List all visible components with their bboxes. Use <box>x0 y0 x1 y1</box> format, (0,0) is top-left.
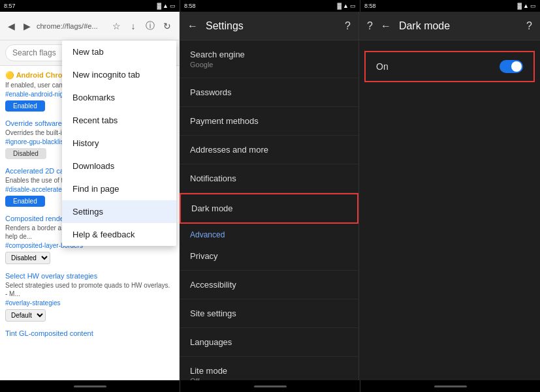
signal-icon-1: ▲ <box>163 3 168 9</box>
dropdown-item-downloads[interactable]: Downloads <box>62 155 176 177</box>
settings-item-languages-label: Languages <box>190 337 348 347</box>
darkmode-toggle-switch[interactable] <box>500 60 523 73</box>
status-bar-3: 8:58 ▓ ▲ ▭ <box>360 0 540 12</box>
wifi-icon-2: ▓ <box>338 3 342 9</box>
panel-darkmode: ? ← Dark mode ? On <box>359 12 540 380</box>
bottom-bars <box>0 380 540 392</box>
settings-title: Settings <box>206 20 337 32</box>
settings-item-notifications-label: Notifications <box>190 173 348 183</box>
dropdown-item-bookmarks[interactable]: Bookmarks <box>62 86 176 109</box>
bookmark-icon[interactable]: ☆ <box>110 20 123 33</box>
dropdown-item-incognito[interactable]: New incognito tab <box>62 63 176 86</box>
bottom-bar-2 <box>180 380 360 392</box>
settings-item-search-engine-label: Search engine <box>190 50 348 59</box>
darkmode-content: On <box>359 40 540 380</box>
back-icon[interactable]: ◀ <box>5 20 17 32</box>
wifi-icon-1: ▓ <box>157 3 162 9</box>
settings-list: Search engine Google Passwords Payment m… <box>180 40 358 380</box>
flag-desc-hw: Select strategies used to promote quads … <box>5 281 174 298</box>
battery-icon-3: ▭ <box>530 3 536 9</box>
status-bars: 8:57 ▓ ▲ ▭ 8:58 ▓ ▲ ▭ 8:58 ▓ ▲ ▭ <box>0 0 540 12</box>
darkmode-help-left-icon[interactable]: ? <box>367 20 373 32</box>
darkmode-back-icon[interactable]: ← <box>381 20 391 32</box>
time-2: 8:58 <box>184 3 196 9</box>
darkmode-toggle-row: On <box>364 51 535 82</box>
main-content: ◀ ▶ chrome://flags/#e... ☆ ↓ ⓘ ↻ 🟡 Andro… <box>0 12 540 380</box>
nav-pill-2 <box>254 385 287 387</box>
flag-link-hw[interactable]: #overlay-strategies <box>5 299 174 307</box>
time-1: 8:57 <box>4 3 16 9</box>
darkmode-title: Dark mode <box>399 20 518 32</box>
refresh-icon[interactable]: ↻ <box>161 20 174 33</box>
settings-item-site-settings-label: Site settings <box>190 309 348 318</box>
status-bar-2: 8:58 ▓ ▲ ▭ <box>180 0 360 12</box>
settings-item-privacy-label: Privacy <box>190 251 348 261</box>
darkmode-toggle-label: On <box>376 61 389 72</box>
flag-tint-gl: Tint GL-composited content <box>5 329 174 337</box>
settings-item-dark-mode[interactable]: Dark mode <box>180 193 358 224</box>
flag-select-composited-input[interactable]: Disabled <box>5 252 50 264</box>
settings-item-addresses[interactable]: Addresses and more <box>180 136 358 164</box>
battery-icon-1: ▭ <box>170 3 176 9</box>
settings-item-accessibility[interactable]: Accessibility <box>180 271 358 299</box>
info-icon[interactable]: ⓘ <box>144 20 157 33</box>
flags-toolbar: ◀ ▶ chrome://flags/#e... ☆ ↓ ⓘ ↻ <box>0 12 179 40</box>
forward-icon[interactable]: ▶ <box>21 20 33 32</box>
status-icons-3: ▓ ▲ ▭ <box>518 3 536 9</box>
settings-item-passwords-label: Passwords <box>190 87 348 97</box>
settings-item-passwords[interactable]: Passwords <box>180 78 358 107</box>
flag-hw-overlay: Select HW overlay strategies Select stra… <box>5 272 174 322</box>
dropdown-item-help[interactable]: Help & feedback <box>62 223 176 246</box>
settings-item-search-engine-sub: Google <box>190 61 348 68</box>
darkmode-help-icon[interactable]: ? <box>526 20 532 32</box>
nav-pill-3 <box>434 385 467 387</box>
dropdown-item-history[interactable]: History <box>62 132 176 155</box>
flag-title-tint: Tint GL-composited content <box>5 329 174 337</box>
settings-help-icon[interactable]: ? <box>345 20 351 32</box>
url-bar[interactable]: chrome://flags/#e... <box>37 22 106 30</box>
status-bar-1: 8:57 ▓ ▲ ▭ <box>0 0 180 12</box>
wifi-icon-3: ▓ <box>518 3 522 9</box>
flag-btn-android[interactable]: Enabled <box>5 100 45 112</box>
download-icon[interactable]: ↓ <box>127 20 140 33</box>
dropdown-item-new-tab[interactable]: New tab <box>62 40 176 63</box>
settings-item-privacy[interactable]: Privacy <box>180 242 358 271</box>
bottom-bar-3 <box>360 380 540 392</box>
darkmode-toolbar: ? ← Dark mode ? <box>359 12 540 40</box>
status-icons-1: ▓ ▲ ▭ <box>157 3 176 9</box>
time-3: 8:58 <box>364 3 376 9</box>
settings-toolbar: ← Settings ? <box>180 12 358 40</box>
bottom-bar-1 <box>0 380 180 392</box>
flag-select-hw-input[interactable]: Default <box>5 309 46 322</box>
settings-item-payment[interactable]: Payment methods <box>180 107 358 136</box>
settings-item-accessibility-label: Accessibility <box>190 280 348 290</box>
signal-icon-2: ▲ <box>343 3 349 9</box>
settings-item-search-engine[interactable]: Search engine Google <box>180 40 358 78</box>
settings-back-icon[interactable]: ← <box>187 20 198 32</box>
dropdown-menu: New tab New incognito tab Bookmarks Rece… <box>62 40 176 246</box>
settings-item-notifications[interactable]: Notifications <box>180 164 358 193</box>
settings-section-advanced: Advanced <box>180 224 358 242</box>
nav-pill-1 <box>74 385 106 387</box>
dropdown-item-recent-tabs[interactable]: Recent tabs <box>62 109 176 132</box>
flag-title-hw: Select HW overlay strategies <box>5 272 174 280</box>
settings-item-payment-label: Payment methods <box>190 116 348 126</box>
flag-btn-accel[interactable]: Enabled <box>5 196 45 207</box>
battery-icon-2: ▭ <box>350 3 356 9</box>
signal-icon-3: ▲ <box>523 3 529 9</box>
settings-item-lite-mode[interactable]: Lite mode Off <box>180 357 358 380</box>
settings-item-languages[interactable]: Languages <box>180 328 358 357</box>
status-icons-2: ▓ ▲ ▭ <box>338 3 356 9</box>
panel-flags: ◀ ▶ chrome://flags/#e... ☆ ↓ ⓘ ↻ 🟡 Andro… <box>0 12 180 380</box>
settings-item-lite-mode-label: Lite mode <box>190 366 348 376</box>
settings-item-addresses-label: Addresses and more <box>190 145 348 155</box>
flag-btn-override[interactable]: Disabled <box>5 148 46 159</box>
dropdown-item-settings[interactable]: Settings <box>62 200 176 223</box>
panel-settings: ← Settings ? Search engine Google Passwo… <box>180 12 359 380</box>
settings-item-dark-mode-label: Dark mode <box>191 204 347 213</box>
flag-select-hw: Default <box>5 309 174 322</box>
settings-item-site-settings[interactable]: Site settings <box>180 299 358 328</box>
dropdown-item-find-in-page[interactable]: Find in page <box>62 177 176 200</box>
flag-select-composited: Disabled <box>5 252 174 264</box>
